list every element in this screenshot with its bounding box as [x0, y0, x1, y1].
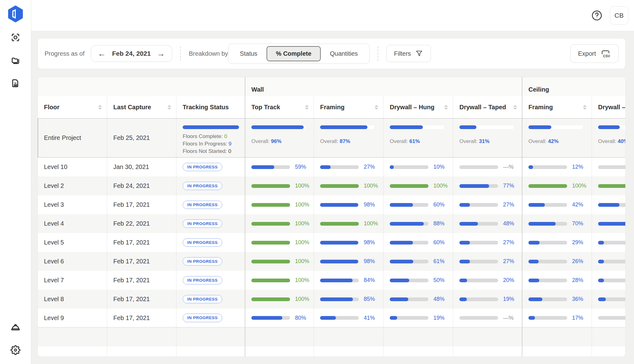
user-avatar[interactable]: CB	[610, 6, 628, 25]
projects-folder-icon[interactable]	[10, 55, 21, 66]
summary-tracking-cell: Floors Complete: 0Floors In Progress: 9F…	[176, 119, 245, 157]
progress-bar	[598, 125, 626, 129]
overall-progress-cell: Overall: 96%	[245, 119, 314, 157]
progress-fill	[251, 297, 290, 301]
column-header-framing[interactable]: Framing	[522, 96, 592, 118]
next-date-arrow-icon[interactable]: →	[157, 50, 165, 58]
column-header-framing[interactable]: Framing	[314, 96, 383, 118]
progress-percent: 29%	[572, 239, 583, 246]
floors-summary-value: 0	[228, 148, 231, 154]
floor-row[interactable]: Level 4Feb 22, 2021IN PROGRESS100%100%88…	[38, 214, 625, 233]
column-header-label: Drywall – H	[598, 104, 626, 111]
funnel-icon	[415, 50, 423, 58]
progress-bar	[459, 125, 514, 129]
floor-row[interactable]: Level 2Feb 24, 2021IN PROGRESS100%100%10…	[38, 176, 625, 195]
progress-fill	[390, 260, 413, 263]
progress-bar	[390, 260, 428, 263]
floor-cell: Level 7	[38, 271, 107, 290]
sort-icon[interactable]	[375, 105, 378, 110]
prev-date-arrow-icon[interactable]: ←	[98, 50, 106, 58]
column-header-tracking-status[interactable]: Tracking Status	[176, 96, 245, 118]
progress-fill	[251, 279, 290, 282]
progress-bar	[320, 184, 359, 188]
progress-fill	[320, 165, 331, 169]
segment-quantities[interactable]: Quantities	[321, 46, 367, 61]
date-navigator[interactable]: ← Feb 24, 2021 →	[91, 45, 172, 62]
floor-cell: Level 3	[38, 195, 107, 214]
sort-icon[interactable]	[305, 105, 309, 110]
empty-cell	[176, 327, 245, 346]
floor-row[interactable]: Level 7Feb 17, 2021IN PROGRESS100%84%50%…	[38, 271, 625, 290]
progress-cell: 70%	[522, 214, 592, 233]
hardhat-icon[interactable]	[10, 322, 21, 332]
progress-bar	[598, 241, 626, 245]
progress-fill	[390, 316, 397, 320]
settings-gear-icon[interactable]	[10, 345, 21, 355]
progress-cell: 10%	[383, 158, 453, 176]
svg-text:CSV: CSV	[603, 54, 610, 58]
segment-status[interactable]: Status	[231, 46, 267, 61]
progress-percent: 88%	[433, 220, 445, 227]
column-header-drywall-hung[interactable]: Drywall – Hung	[383, 96, 453, 118]
progress-fill	[528, 260, 539, 263]
sort-icon[interactable]	[444, 105, 448, 110]
progress-percent: 42%	[572, 202, 583, 208]
overall-label: Overall:	[459, 138, 479, 144]
report-document-icon[interactable]	[10, 78, 21, 89]
progress-fill	[390, 165, 394, 169]
floors-summary-value: 9	[228, 141, 231, 147]
column-header-top-track[interactable]: Top Track	[245, 96, 314, 118]
progress-bar	[320, 241, 359, 245]
progress-fill	[459, 184, 489, 188]
progress-percent: 20%	[503, 277, 514, 284]
progress-percent: 100%	[295, 220, 309, 227]
floor-row[interactable]: Level 10Jan 30, 2021IN PROGRESS59%27%10%…	[38, 158, 625, 176]
progress-bar	[528, 165, 567, 169]
sort-icon[interactable]	[167, 105, 171, 110]
progress-percent: 98%	[364, 202, 375, 208]
column-header-last-capture[interactable]: Last Capture	[107, 96, 176, 118]
progress-bar	[528, 222, 567, 226]
sort-icon[interactable]	[98, 105, 102, 110]
filters-button[interactable]: Filters	[386, 45, 431, 62]
sort-icon[interactable]	[583, 105, 587, 110]
export-csv-button[interactable]: Export CSV	[570, 44, 619, 63]
progress-cell	[592, 233, 626, 252]
progress-fill	[528, 241, 540, 245]
progress-bar	[251, 279, 290, 282]
progress-cell: 27%	[453, 233, 522, 252]
tracking-status-cell: IN PROGRESS	[176, 252, 245, 271]
empty-cell	[107, 346, 176, 357]
progress-bar	[528, 297, 567, 301]
group-spacer	[38, 77, 245, 96]
floor-row[interactable]: Level 3Feb 17, 2021IN PROGRESS100%98%60%…	[38, 195, 625, 214]
segment--complete[interactable]: % Complete	[267, 46, 320, 61]
floor-row[interactable]: Level 5Feb 17, 2021IN PROGRESS100%98%60%…	[38, 233, 625, 252]
progress-fill	[251, 260, 290, 263]
entire-project-row[interactable]: Entire Project Feb 25, 2021 Floors Compl…	[38, 119, 625, 158]
help-button[interactable]	[591, 9, 603, 22]
column-header-floor[interactable]: Floor	[38, 96, 107, 118]
floor-row[interactable]: Level 6Feb 17, 2021IN PROGRESS100%98%61%…	[38, 252, 625, 271]
column-header-drywall-h[interactable]: Drywall – H	[592, 96, 626, 118]
empty-cell	[453, 346, 522, 357]
progress-fill	[320, 279, 353, 282]
progress-bar	[320, 125, 375, 129]
progress-fill	[598, 184, 626, 188]
progress-bar	[251, 297, 290, 301]
empty-cell	[522, 327, 592, 346]
floor-row[interactable]: Level 9Feb 17, 2021IN PROGRESS80%41%19%—…	[38, 309, 625, 327]
progress-cell: 27%	[453, 195, 522, 214]
floors-summary-line: Floors Not Started: 0	[183, 148, 232, 155]
sort-icon[interactable]	[513, 105, 517, 110]
progress-fill	[459, 297, 467, 301]
progress-cell: 60%	[383, 233, 453, 252]
progress-cell: 59%	[245, 158, 314, 176]
capture-icon[interactable]	[10, 32, 21, 43]
floor-row[interactable]: Level 8Feb 17, 2021IN PROGRESS100%85%48%…	[38, 290, 625, 309]
progress-bar	[598, 316, 626, 320]
progress-cell: —%	[453, 309, 522, 327]
progress-cell: 84%	[314, 271, 383, 290]
column-header-drywall-taped[interactable]: Drywall – Taped	[453, 96, 522, 118]
app-logo[interactable]	[7, 5, 24, 23]
